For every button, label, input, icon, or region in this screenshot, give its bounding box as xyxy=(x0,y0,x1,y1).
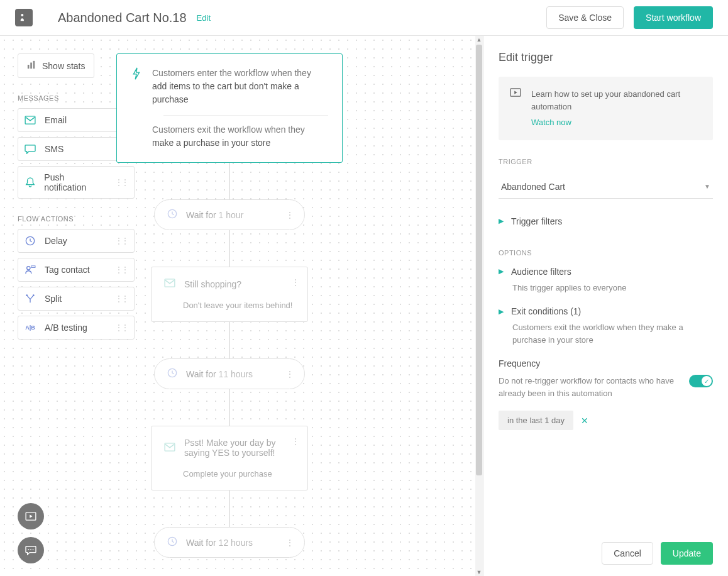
wait-text: Wait for 12 hours xyxy=(186,538,253,548)
frequency-toggle[interactable]: ✓ xyxy=(689,375,713,387)
wait-node-3[interactable]: Wait for 12 hours ⋮ xyxy=(154,527,305,558)
edit-title-link[interactable]: Edit xyxy=(197,13,211,23)
email-preview: Don't leave your items behind! xyxy=(164,301,295,310)
svg-point-8 xyxy=(26,294,28,296)
save-close-button[interactable]: Save & Close xyxy=(546,6,624,29)
tag-contact-icon xyxy=(25,264,36,275)
caret-right-icon: ▶ xyxy=(499,267,504,275)
wait-node-1[interactable]: Wait for 1 hour ⋮ xyxy=(154,199,305,230)
svg-point-17 xyxy=(30,549,31,550)
trigger-enter-text: Customers enter the workflow when they a… xyxy=(152,67,328,106)
show-stats-label: Show stats xyxy=(42,61,85,71)
exit-conditions-label: Exit conditions (1) xyxy=(511,306,581,316)
chevron-down-icon: ▼ xyxy=(704,183,710,190)
clock-icon xyxy=(167,209,177,221)
panel-title: Edit trigger xyxy=(499,51,713,64)
block-label: Delay xyxy=(45,236,67,246)
svg-rect-3 xyxy=(33,61,35,69)
svg-rect-11 xyxy=(165,279,175,287)
frequency-text: Do not re-trigger workflow for contacts … xyxy=(499,375,679,399)
svg-point-0 xyxy=(21,14,23,16)
email-node-2[interactable]: Psst! Make your day by saying YES to you… xyxy=(151,426,308,490)
more-icon[interactable]: ⋮ xyxy=(291,436,300,446)
video-help-button[interactable] xyxy=(18,503,44,529)
clock-icon xyxy=(25,235,36,246)
bar-chart-icon xyxy=(27,60,36,71)
exit-conditions-sub: Customers exit the workflow when they ma… xyxy=(499,321,713,346)
block-label: Split xyxy=(45,294,62,304)
audience-filters-label: Audience filters xyxy=(511,267,571,277)
scroll-up-arrow-icon[interactable]: ▲ xyxy=(475,36,483,43)
svg-rect-2 xyxy=(30,63,32,69)
svg-point-18 xyxy=(33,549,34,550)
bell-icon xyxy=(25,177,35,188)
trigger-exit-text: Customers exit the workflow when they ma… xyxy=(131,123,328,150)
email-icon xyxy=(164,279,175,289)
app-header: Abandoned Cart No.18 Edit Save & Close S… xyxy=(0,0,728,36)
trigger-node[interactable]: Customers enter the workflow when they a… xyxy=(116,53,343,163)
canvas-scrollbar[interactable]: ▲ ▼ xyxy=(475,36,483,576)
block-label: A/B testing xyxy=(45,323,87,333)
show-stats-button[interactable]: Show stats xyxy=(18,53,94,78)
lightning-icon xyxy=(131,67,142,82)
email-preview: Complete your purchase xyxy=(164,469,295,479)
edit-trigger-panel: Edit trigger Learn how to set up your ab… xyxy=(483,36,728,576)
block-label: Tag contact xyxy=(45,265,90,275)
caret-right-icon: ▶ xyxy=(499,307,504,316)
block-label: Email xyxy=(45,115,67,125)
split-icon xyxy=(25,293,36,304)
svg-point-16 xyxy=(28,549,30,550)
svg-rect-1 xyxy=(28,65,30,69)
svg-point-9 xyxy=(33,294,35,296)
remove-chip-icon[interactable]: ✕ xyxy=(581,416,588,426)
info-text: Learn how to set up your abandoned cart … xyxy=(531,89,680,111)
trigger-filters-label: Trigger filters xyxy=(511,216,562,226)
sms-icon xyxy=(25,143,36,155)
clock-icon xyxy=(167,536,177,548)
block-label: Push notification xyxy=(44,172,106,192)
email-subject: Psst! Make your day by saying YES to you… xyxy=(184,438,295,458)
scroll-down-arrow-icon[interactable]: ▼ xyxy=(475,568,483,576)
svg-rect-4 xyxy=(25,116,35,124)
wait-node-2[interactable]: Wait for 11 hours ⋮ xyxy=(154,358,305,389)
trigger-label: TRIGGER xyxy=(499,158,713,165)
email-node-1[interactable]: Still shopping? Don't leave your items b… xyxy=(151,267,308,322)
options-label: OPTIONS xyxy=(499,249,713,257)
flow-nodes: Customers enter the workflow when they a… xyxy=(110,53,349,558)
email-icon xyxy=(25,114,36,126)
wait-text: Wait for 11 hours xyxy=(186,369,253,379)
caret-right-icon: ▶ xyxy=(499,217,504,225)
trigger-select[interactable]: Abandoned Cart ▼ xyxy=(499,175,713,199)
more-icon[interactable]: ⋮ xyxy=(285,369,294,379)
watch-now-link[interactable]: Watch now xyxy=(531,116,571,129)
workflow-canvas[interactable]: Show stats MESSAGES Email ⋮⋮ xyxy=(0,36,483,576)
svg-point-6 xyxy=(27,267,30,270)
chat-help-button[interactable] xyxy=(18,537,44,563)
svg-rect-13 xyxy=(165,443,175,450)
clock-icon xyxy=(167,368,177,380)
frequency-chip[interactable]: in the last 1 day xyxy=(499,411,573,430)
audience-filters-row[interactable]: ▶ Audience filters xyxy=(499,267,713,277)
more-icon[interactable]: ⋮ xyxy=(291,277,300,287)
cancel-button[interactable]: Cancel xyxy=(602,542,653,565)
page-title: Abandoned Cart No.18 xyxy=(58,11,187,25)
wait-text: Wait for 1 hour xyxy=(186,210,243,220)
svg-rect-7 xyxy=(31,266,35,268)
email-subject: Still shopping? xyxy=(184,279,241,289)
frequency-title: Frequency xyxy=(499,358,713,368)
ab-icon: A|B xyxy=(25,322,36,333)
email-icon xyxy=(164,443,175,453)
exit-conditions-row[interactable]: ▶ Exit conditions (1) xyxy=(499,306,713,316)
more-icon[interactable]: ⋮ xyxy=(285,538,294,548)
video-icon xyxy=(510,88,521,129)
check-icon: ✓ xyxy=(702,376,712,386)
start-workflow-button[interactable]: Start workflow xyxy=(634,6,713,29)
scrollbar-thumb[interactable] xyxy=(476,45,482,475)
trigger-filters-row[interactable]: ▶ Trigger filters xyxy=(499,216,713,226)
block-label: SMS xyxy=(45,144,63,154)
update-button[interactable]: Update xyxy=(661,542,713,565)
audience-filters-sub: This trigger applies to everyone xyxy=(499,282,713,294)
info-box: Learn how to set up your abandoned cart … xyxy=(499,77,713,140)
more-icon[interactable]: ⋮ xyxy=(285,210,294,220)
trigger-select-value: Abandoned Cart xyxy=(501,182,565,192)
